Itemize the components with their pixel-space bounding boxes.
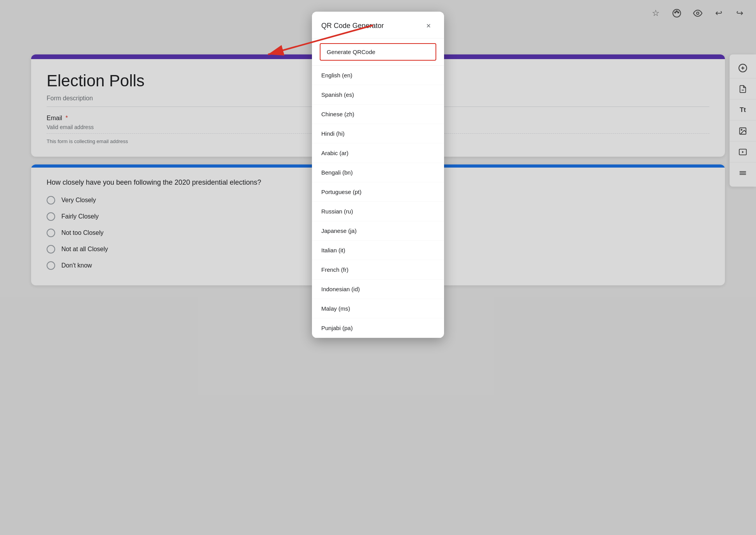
language-item-pt[interactable]: Portuguese (pt) (312, 182, 444, 202)
modal-body: Generate QRCode English (en)Spanish (es)… (312, 38, 444, 338)
language-item-ru[interactable]: Russian (ru) (312, 202, 444, 221)
language-item-it[interactable]: Italian (it) (312, 241, 444, 260)
language-item-ja[interactable]: Japanese (ja) (312, 221, 444, 241)
language-item-zh[interactable]: Chinese (zh) (312, 105, 444, 124)
modal-close-button[interactable]: × (422, 19, 435, 32)
generate-btn-wrapper: Generate QRCode (312, 38, 444, 66)
language-item-pa[interactable]: Punjabi (pa) (312, 318, 444, 338)
language-item-fr[interactable]: French (fr) (312, 260, 444, 280)
language-item-ar[interactable]: Arabic (ar) (312, 143, 444, 163)
modal-backdrop: QR Code Generator × Generate QRCode Engl… (0, 0, 756, 535)
language-item-ms[interactable]: Malay (ms) (312, 299, 444, 318)
modal-header: QR Code Generator × (312, 12, 444, 38)
generate-qrcode-button[interactable]: Generate QRCode (320, 43, 436, 61)
qr-code-modal: QR Code Generator × Generate QRCode Engl… (312, 12, 444, 338)
modal-title: QR Code Generator (321, 22, 384, 30)
language-item-hi[interactable]: Hindi (hi) (312, 124, 444, 143)
language-item-bn[interactable]: Bengali (bn) (312, 163, 444, 182)
language-item-en[interactable]: English (en) (312, 66, 444, 85)
language-item-es[interactable]: Spanish (es) (312, 85, 444, 105)
language-list: English (en)Spanish (es)Chinese (zh)Hind… (312, 66, 444, 338)
language-item-id[interactable]: Indonesian (id) (312, 280, 444, 299)
